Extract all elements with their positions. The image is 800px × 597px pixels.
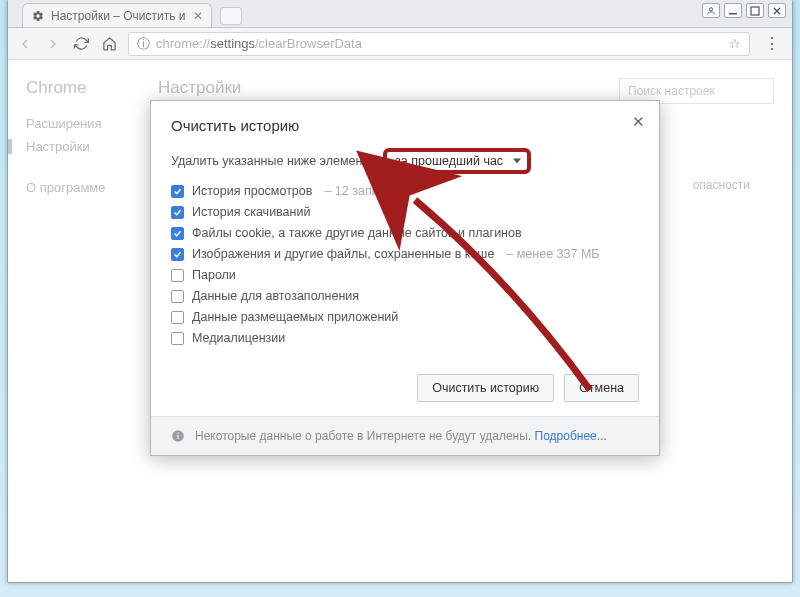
sidebar-item-about[interactable]: О программе: [26, 180, 158, 195]
time-range-select[interactable]: за прошедший час: [383, 148, 531, 174]
close-icon[interactable]: [768, 3, 786, 18]
info-icon[interactable]: ⓘ: [137, 35, 150, 53]
check-label: Пароли: [192, 268, 236, 282]
chrome-brand: Chrome: [26, 78, 158, 98]
address-bar: ⓘ chrome:// settings /clearBrowserData ☆…: [8, 28, 792, 60]
url-input[interactable]: ⓘ chrome:// settings /clearBrowserData ☆: [128, 32, 750, 56]
svg-rect-2: [751, 7, 759, 15]
svg-rect-5: [177, 433, 178, 434]
browser-tab[interactable]: Настройки – Очистить и ✕: [22, 3, 212, 27]
maximize-icon[interactable]: [746, 3, 764, 18]
check-row: Пароли: [171, 268, 639, 282]
tab-close-icon[interactable]: ✕: [193, 9, 203, 23]
modal-title: Очистить историю: [171, 117, 639, 134]
check-row: Данные размещаемых приложений: [171, 310, 639, 324]
checkbox[interactable]: [171, 227, 184, 240]
checkbox[interactable]: [171, 185, 184, 198]
check-label: Файлы cookie, а также другие данные сайт…: [192, 226, 522, 240]
checkbox[interactable]: [171, 332, 184, 345]
url-path: /clearBrowserData: [255, 36, 362, 51]
clear-button[interactable]: Очистить историю: [417, 374, 554, 402]
forward-icon[interactable]: [44, 35, 62, 53]
home-icon[interactable]: [100, 35, 118, 53]
prompt-text: Удалить указанные ниже элементы: [171, 154, 377, 168]
check-label: Изображения и другие файлы, сохраненные …: [192, 247, 494, 261]
check-row: Медиалицензии: [171, 331, 639, 345]
tab-title: Настройки – Очистить и: [51, 9, 185, 23]
svg-point-0: [709, 7, 712, 10]
check-row: История просмотров– 12 записей: [171, 184, 639, 198]
back-icon[interactable]: [16, 35, 34, 53]
footer-link[interactable]: Подробнее...: [535, 429, 607, 443]
modal-body: Удалить указанные ниже элементы за проше…: [151, 142, 659, 364]
svg-rect-4: [177, 435, 178, 439]
sidebar-item-extensions[interactable]: Расширения: [26, 116, 158, 131]
checkbox[interactable]: [171, 311, 184, 324]
check-note: – 12 записей: [324, 184, 398, 198]
modal-footer: Некоторые данные о работе в Интернете не…: [151, 416, 659, 455]
check-row: Файлы cookie, а также другие данные сайт…: [171, 226, 639, 240]
checkbox[interactable]: [171, 248, 184, 261]
modal-actions: Очистить историю Отмена: [151, 364, 659, 416]
time-range-value: за прошедший час: [395, 154, 503, 168]
sidebar-item-settings[interactable]: Настройки: [8, 139, 158, 154]
cancel-button[interactable]: Отмена: [564, 374, 639, 402]
url-host: settings: [210, 36, 255, 51]
menu-item-partial: опасности: [693, 178, 750, 192]
check-label: Данные размещаемых приложений: [192, 310, 398, 324]
user-icon[interactable]: [702, 3, 720, 18]
check-label: История просмотров: [192, 184, 312, 198]
reload-icon[interactable]: [72, 35, 90, 53]
modal-close-icon[interactable]: ✕: [632, 113, 645, 131]
modal-header: Очистить историю ✕: [151, 101, 659, 142]
checkbox[interactable]: [171, 206, 184, 219]
check-label: Медиалицензии: [192, 331, 285, 345]
bookmark-icon[interactable]: ☆: [729, 36, 741, 51]
check-row: История скачиваний: [171, 205, 639, 219]
tab-strip: Настройки – Очистить и ✕: [8, 0, 792, 28]
window-controls: [702, 3, 786, 18]
info-icon: [171, 429, 185, 443]
footer-text: Некоторые данные о работе в Интернете не…: [195, 429, 531, 443]
menu-icon[interactable]: ⋮: [760, 34, 784, 53]
check-row: Данные для автозаполнения: [171, 289, 639, 303]
check-label: Данные для автозаполнения: [192, 289, 359, 303]
check-label: История скачиваний: [192, 205, 310, 219]
svg-rect-1: [729, 13, 737, 15]
sidebar: Chrome Расширения Настройки О программе: [8, 60, 158, 582]
url-scheme: chrome://: [156, 36, 210, 51]
gear-icon: [31, 9, 45, 23]
check-row: Изображения и другие файлы, сохраненные …: [171, 247, 639, 261]
check-note: – менее 337 МБ: [506, 247, 599, 261]
clear-browsing-data-modal: Очистить историю ✕ Удалить указанные ниж…: [150, 100, 660, 456]
checkbox[interactable]: [171, 290, 184, 303]
checkbox[interactable]: [171, 269, 184, 282]
minimize-icon[interactable]: [724, 3, 742, 18]
new-tab-button[interactable]: [220, 7, 242, 25]
